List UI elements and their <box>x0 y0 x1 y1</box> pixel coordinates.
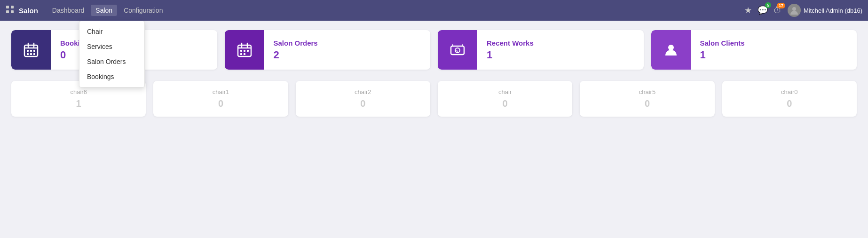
card-title-salon-orders: Salon Orders <box>274 39 421 47</box>
svg-rect-3 <box>11 10 14 13</box>
chair-card-3[interactable]: chair 0 <box>438 81 572 117</box>
dropdown-item-salon-orders[interactable]: Salon Orders <box>79 54 144 69</box>
avatar <box>788 4 801 17</box>
chair-value-1: 0 <box>163 98 278 109</box>
chair-name-1: chair1 <box>163 88 278 95</box>
chair-name-0: chair6 <box>21 88 136 95</box>
nav-configuration[interactable]: Configuration <box>119 5 167 16</box>
card-body-recent-works: Recent Works 1 <box>477 39 644 61</box>
card-title-recent-works: Recent Works <box>487 39 634 47</box>
chat-button[interactable]: 💬 5 <box>758 5 768 16</box>
svg-rect-23 <box>244 53 245 55</box>
chair-name-2: chair2 <box>305 88 421 95</box>
svg-rect-11 <box>33 50 35 52</box>
chair-value-2: 0 <box>305 98 421 109</box>
svg-rect-2 <box>6 10 9 13</box>
card-value-salon-orders: 2 <box>274 49 421 61</box>
card-body-salon-orders: Salon Orders 2 <box>264 39 431 61</box>
navbar-right: ★ 💬 5 ⏱ 17 Mitchell Admin (db16) <box>744 4 862 17</box>
svg-rect-10 <box>30 50 32 52</box>
user-menu[interactable]: Mitchell Admin (db16) <box>788 4 862 17</box>
svg-rect-9 <box>27 50 29 52</box>
svg-rect-22 <box>240 53 242 55</box>
svg-rect-19 <box>240 50 242 52</box>
chair-name-3: chair <box>447 88 563 95</box>
svg-rect-21 <box>247 50 249 52</box>
svg-rect-0 <box>6 6 9 8</box>
card-title-salon-clients: Salon Clients <box>700 39 848 47</box>
chair-card-1[interactable]: chair1 0 <box>153 81 288 117</box>
card-icon-salon-clients <box>651 30 691 70</box>
svg-rect-1 <box>11 6 14 8</box>
app-grid-icon[interactable] <box>6 5 14 16</box>
star-button[interactable]: ★ <box>744 5 752 16</box>
nav-salon[interactable]: Salon <box>91 5 117 16</box>
dropdown-item-services[interactable]: Services <box>79 39 144 54</box>
svg-rect-12 <box>27 53 29 55</box>
chair-card-5[interactable]: chair0 0 <box>722 81 857 117</box>
svg-rect-13 <box>30 53 32 55</box>
card-value-salon-clients: 1 <box>700 49 848 61</box>
salon-dropdown: Chair Services Salon Orders Bookings <box>79 21 145 87</box>
svg-rect-20 <box>244 50 245 52</box>
card-recent-works[interactable]: $ Recent Works 1 <box>438 30 644 70</box>
card-icon-bookings <box>11 30 51 70</box>
clock-button[interactable]: ⏱ 17 <box>773 6 782 16</box>
card-salon-clients[interactable]: Salon Clients 1 <box>651 30 857 70</box>
svg-point-29 <box>668 45 674 50</box>
chair-name-5: chair0 <box>732 88 847 95</box>
nav-dashboard[interactable]: Dashboard <box>47 5 89 16</box>
chair-value-5: 0 <box>732 98 847 109</box>
dropdown-item-bookings[interactable]: Bookings <box>79 69 144 84</box>
svg-text:$: $ <box>456 49 458 53</box>
chair-value-0: 1 <box>21 98 136 109</box>
svg-point-4 <box>792 7 796 11</box>
app-name: Salon <box>19 7 38 15</box>
chat-badge: 5 <box>765 2 771 8</box>
navbar-left: Salon Dashboard Salon Configuration <box>6 5 167 16</box>
star-icon: ★ <box>744 6 752 15</box>
card-icon-salon-orders <box>225 30 264 70</box>
dropdown-item-chair[interactable]: Chair <box>79 24 144 39</box>
svg-rect-14 <box>33 53 35 55</box>
user-name: Mitchell Admin (db16) <box>804 7 862 14</box>
card-body-salon-clients: Salon Clients 1 <box>691 39 857 61</box>
navbar: Salon Dashboard Salon Configuration ★ 💬 … <box>0 0 868 21</box>
chair-value-3: 0 <box>447 98 563 109</box>
card-salon-orders[interactable]: Salon Orders 2 <box>225 30 431 70</box>
card-icon-recent-works: $ <box>438 30 477 70</box>
chair-value-4: 0 <box>589 98 705 109</box>
chair-card-4[interactable]: chair5 0 <box>580 81 714 117</box>
card-value-recent-works: 1 <box>487 49 634 61</box>
chair-card-2[interactable]: chair2 0 <box>296 81 430 117</box>
clock-badge: 17 <box>777 3 785 8</box>
chair-name-4: chair5 <box>589 88 705 95</box>
